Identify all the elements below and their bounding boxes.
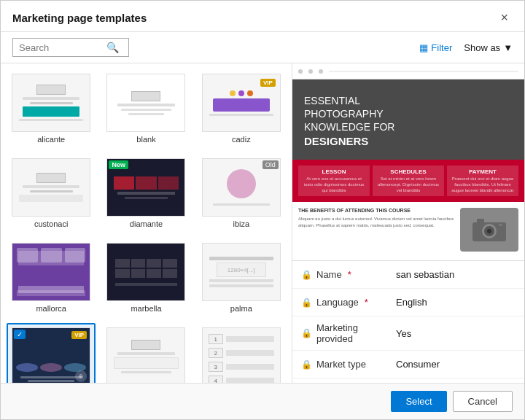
close-button[interactable]: ×	[496, 9, 513, 26]
preview-features-row: LESSON At vero eos et accusamus et iusto…	[292, 160, 524, 202]
prop-label-marketing: 🔒 Marketing provided	[301, 322, 396, 344]
preview-feature-schedules: SCHEDULES Set at minim et at vero lorem …	[373, 166, 444, 196]
svg-rect-4	[477, 219, 484, 223]
select-button[interactable]: Select	[391, 391, 446, 412]
toolbar-right: ▦ Filter Show as ▼	[419, 42, 513, 53]
template-thumb-san-sebastian: ✓ VIP ⊕	[12, 327, 90, 383]
preview-feature-lesson: LESSON At vero eos et accusamus et iusto…	[298, 166, 370, 196]
show-as-label: Show as	[464, 42, 500, 53]
preview-content-body: Aliquam eu justo a dui luctus euismod. V…	[298, 216, 454, 228]
prop-row-marketing: 🔒 Marketing provided Yes	[292, 316, 524, 351]
template-thumb-mallorca	[12, 243, 90, 301]
badge-check-icon: ✓	[14, 330, 26, 339]
template-name-palma: palma	[230, 304, 252, 313]
dialog-title: Marketing page templates	[12, 12, 147, 24]
preview-nav-dot	[298, 69, 303, 74]
required-star-name: *	[348, 269, 351, 280]
template-name-diamante: diamante	[130, 219, 163, 228]
preview-nav-dot	[308, 69, 313, 74]
dialog-toolbar: 🔍 ▦ Filter Show as ▼	[1, 32, 524, 63]
template-item-custonaci[interactable]: custonaci	[7, 154, 96, 233]
badge-new: New	[109, 160, 128, 169]
preview-feature-payment: PAYMENT Praesent dui orci et diam augue …	[447, 166, 518, 196]
lock-icon-language: 🔒	[301, 298, 312, 308]
template-item-struct1[interactable]: 1 2 3 4	[197, 323, 286, 383]
prop-row-language: 🔒 Language * English	[292, 289, 524, 316]
template-item-ibiza[interactable]: Old ibiza	[197, 154, 286, 233]
template-item-sitges[interactable]: sitges	[101, 323, 190, 383]
dialog-body: alicante blank	[1, 63, 524, 383]
template-name-ibiza: ibiza	[233, 219, 250, 228]
template-grid: alicante blank	[7, 69, 286, 383]
badge-old: Old	[262, 160, 279, 169]
dialog-footer: Select Cancel	[1, 383, 524, 419]
lock-icon-market-type: 🔒	[301, 359, 312, 370]
preview-nav	[292, 63, 524, 79]
search-box: 🔍	[12, 38, 129, 57]
camera-image	[460, 208, 518, 252]
prop-value-name: san sebastian	[396, 269, 516, 280]
template-name-alicante: alicante	[37, 135, 65, 144]
filter-button[interactable]: ▦ Filter	[419, 42, 452, 53]
prop-value-language: English	[396, 297, 516, 308]
prop-label-language: 🔒 Language *	[301, 297, 396, 308]
preview-content-area: THE BENEFITS OF ATTENDING THIS COURSE Al…	[292, 202, 524, 260]
svg-point-3	[487, 229, 491, 233]
template-thumb-sitges	[106, 327, 185, 383]
template-name-marbella: marbella	[131, 304, 161, 313]
template-item-blank[interactable]: blank	[101, 69, 190, 148]
prop-label-name: 🔒 Name *	[301, 269, 396, 280]
preview-text-column: THE BENEFITS OF ATTENDING THIS COURSE Al…	[298, 208, 454, 254]
template-name-mallorca: mallorca	[36, 304, 66, 313]
filter-label: Filter	[431, 42, 452, 53]
template-thumb-ibiza: Old	[202, 158, 281, 217]
template-item-diamante[interactable]: New diamante	[101, 154, 190, 233]
marketing-templates-dialog: Marketing page templates × 🔍 ▦ Filter Sh…	[0, 0, 525, 420]
dialog-header: Marketing page templates ×	[1, 1, 524, 32]
prop-value-marketing: Yes	[396, 328, 516, 339]
template-name-blank: blank	[136, 135, 155, 144]
search-input[interactable]	[19, 42, 106, 53]
template-item-san-sebastian[interactable]: ✓ VIP ⊕ san sebastian	[7, 323, 96, 383]
camera-icon	[471, 217, 508, 243]
preview-hero-text: ESSENTIAL PHOTOGRAPHY KNOWLEDGE FOR DESI…	[304, 94, 513, 148]
preview-nav-dot	[319, 69, 323, 74]
prop-label-market-type: 🔒 Market type	[301, 359, 396, 370]
template-preview: ESSENTIAL PHOTOGRAPHY KNOWLEDGE FOR DESI…	[292, 63, 524, 260]
template-item-marbella[interactable]: marbella	[101, 238, 190, 317]
preview-content-heading: THE BENEFITS OF ATTENDING THIS COURSE	[298, 208, 454, 213]
template-thumb-struct1: 1 2 3 4	[202, 327, 281, 383]
prop-value-market-type: Consumer	[396, 359, 516, 370]
lock-icon-marketing: 🔒	[301, 328, 312, 338]
template-name-cadiz: cadiz	[232, 135, 251, 144]
template-item-mallorca[interactable]: mallorca	[7, 238, 96, 317]
lock-icon-name: 🔒	[301, 270, 312, 280]
prop-row-name: 🔒 Name * san sebastian	[292, 261, 524, 289]
template-item-palma[interactable]: 1280×4[...] palma	[197, 238, 286, 317]
template-thumb-marbella	[106, 243, 185, 301]
required-star-language: *	[365, 297, 368, 308]
template-thumb-custonaci	[12, 158, 90, 217]
preview-hero: ESSENTIAL PHOTOGRAPHY KNOWLEDGE FOR DESI…	[292, 79, 524, 160]
preview-content: ESSENTIAL PHOTOGRAPHY KNOWLEDGE FOR DESI…	[292, 63, 524, 260]
template-thumb-blank	[106, 74, 185, 132]
template-thumb-alicante	[12, 74, 90, 132]
preview-panel: ESSENTIAL PHOTOGRAPHY KNOWLEDGE FOR DESI…	[292, 63, 524, 383]
template-name-custonaci: custonaci	[34, 219, 68, 228]
svg-rect-5	[499, 224, 502, 226]
preview-image-column	[460, 208, 518, 254]
chevron-down-icon: ▼	[503, 42, 513, 53]
prop-row-market-type: 🔒 Market type Consumer	[292, 351, 524, 378]
cancel-button[interactable]: Cancel	[453, 391, 513, 412]
template-thumb-cadiz: VIP	[202, 74, 281, 132]
preview-nav-line	[329, 71, 518, 72]
template-item-alicante[interactable]: alicante	[7, 69, 96, 148]
template-item-cadiz[interactable]: VIP cadiz	[197, 69, 286, 148]
template-grid-panel: alicante blank	[1, 63, 292, 383]
properties-panel: 🔒 Name * san sebastian 🔒 Language * Engl…	[292, 260, 524, 383]
search-icon: 🔍	[106, 42, 119, 53]
filter-icon: ▦	[419, 42, 428, 53]
template-thumb-palma: 1280×4[...]	[202, 243, 281, 301]
show-as-button[interactable]: Show as ▼	[464, 42, 513, 53]
template-thumb-diamante: New	[106, 158, 185, 217]
